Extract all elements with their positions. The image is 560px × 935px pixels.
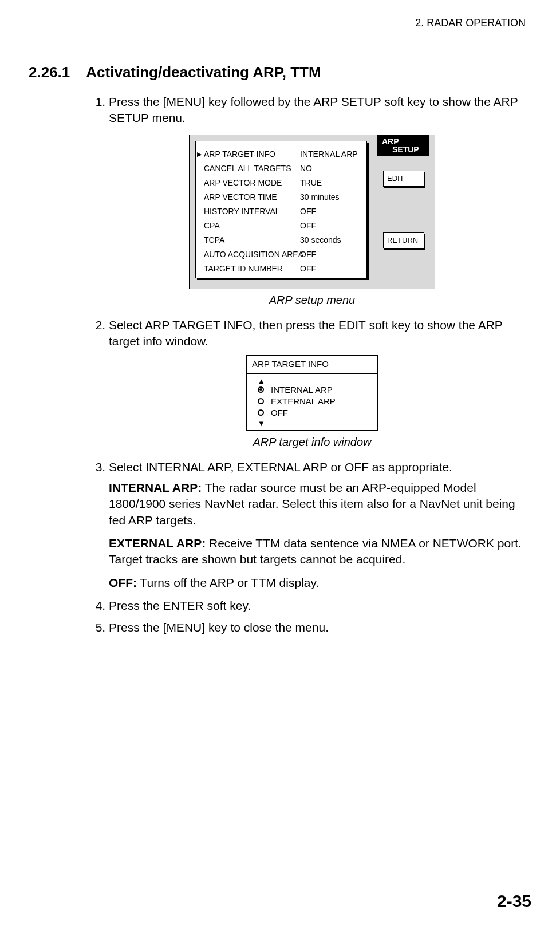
menu-list-panel: ▶ ARP TARGET INFO INTERNAL ARP CANCEL AL… bbox=[195, 141, 367, 278]
menu-row-value: NO bbox=[300, 163, 312, 174]
menu-tab: ARP SETUP bbox=[377, 135, 429, 156]
menu-row[interactable]: ▶ ARP TARGET INFO INTERNAL ARP bbox=[204, 147, 362, 161]
step-1: Press the [MENU] key followed by the ARP… bbox=[109, 94, 531, 127]
triangle-up-icon[interactable]: ▲ bbox=[258, 376, 372, 384]
menu-row[interactable]: CANCEL ALL TARGETS NO bbox=[204, 161, 362, 176]
figure-2-caption: ARP target info window bbox=[93, 435, 531, 450]
softkey-column: ARP SETUP EDIT RETURN bbox=[377, 135, 429, 289]
step-3-text: Select INTERNAL ARP, EXTERNAL ARP or OFF… bbox=[109, 460, 452, 474]
section-heading: 2.26.1 Activating/deactivating ARP, TTM bbox=[29, 64, 531, 81]
menu-tab-line2: SETUP bbox=[382, 145, 425, 154]
radio-icon bbox=[258, 409, 264, 416]
section-title-text: Activating/deactivating ARP, TTM bbox=[86, 64, 321, 81]
definition-term: INTERNAL ARP: bbox=[109, 481, 202, 494]
menu-screen: ▶ ARP TARGET INFO INTERNAL ARP CANCEL AL… bbox=[189, 135, 435, 289]
option-row[interactable]: EXTERNAL ARP bbox=[258, 396, 372, 407]
menu-row-label: ARP VECTOR TIME bbox=[204, 192, 300, 203]
menu-row-label: AUTO ACQUISITION AREA bbox=[204, 249, 300, 260]
info-panel-body: ▲ INTERNAL ARP EXTERNAL ARP OFF ▼ bbox=[247, 374, 377, 430]
definition-term: OFF: bbox=[109, 576, 137, 589]
menu-row-label: HISTORY INTERVAL bbox=[204, 206, 300, 217]
internal-arp-description: INTERNAL ARP: The radar source must be a… bbox=[109, 480, 531, 528]
triangle-right-icon: ▶ bbox=[197, 150, 202, 159]
arp-target-info-figure: ARP TARGET INFO ▲ INTERNAL ARP EXTERNAL … bbox=[246, 355, 378, 431]
menu-row[interactable]: TCPA 30 seconds bbox=[204, 233, 362, 247]
step-3: Select INTERNAL ARP, EXTERNAL ARP or OFF… bbox=[109, 459, 531, 591]
menu-row-label: TARGET ID NUMBER bbox=[204, 263, 300, 274]
radio-selected-icon bbox=[258, 386, 264, 393]
option-label: OFF bbox=[271, 407, 288, 419]
step-4: Press the ENTER soft key. bbox=[109, 598, 531, 614]
step-2: Select ARP TARGET INFO, then press the E… bbox=[109, 317, 531, 350]
option-label: EXTERNAL ARP bbox=[271, 396, 336, 407]
definition-term: EXTERNAL ARP: bbox=[109, 536, 206, 550]
page-number: 2-35 bbox=[497, 891, 531, 911]
off-description: OFF: Turns off the ARP or TTM display. bbox=[109, 575, 531, 591]
menu-row[interactable]: TARGET ID NUMBER OFF bbox=[204, 262, 362, 276]
menu-row-value: OFF bbox=[300, 206, 316, 217]
step-list: Select ARP TARGET INFO, then press the E… bbox=[93, 317, 531, 350]
menu-row[interactable]: HISTORY INTERVAL OFF bbox=[204, 204, 362, 219]
menu-row[interactable]: ARP VECTOR TIME 30 minutes bbox=[204, 190, 362, 204]
menu-row-label: CPA bbox=[204, 220, 300, 231]
external-arp-description: EXTERNAL ARP: Receive TTM data sentence … bbox=[109, 535, 531, 568]
triangle-down-icon[interactable]: ▼ bbox=[258, 419, 372, 427]
step-5: Press the [MENU] key to close the menu. bbox=[109, 620, 531, 636]
option-row[interactable]: INTERNAL ARP bbox=[258, 384, 372, 396]
section-number: 2.26.1 bbox=[29, 64, 70, 81]
figure-1-caption: ARP setup menu bbox=[93, 293, 531, 308]
menu-row-label: ARP VECTOR MODE bbox=[204, 177, 300, 188]
edit-softkey[interactable]: EDIT bbox=[383, 171, 424, 187]
page: 2. RADAR OPERATION 2.26.1 Activating/dea… bbox=[0, 0, 560, 935]
menu-row-value: TRUE bbox=[300, 177, 322, 188]
menu-tab-line1: ARP bbox=[382, 137, 399, 146]
running-header: 2. RADAR OPERATION bbox=[29, 17, 531, 29]
return-softkey[interactable]: RETURN bbox=[383, 232, 424, 248]
menu-row[interactable]: AUTO ACQUISITION AREA OFF bbox=[204, 247, 362, 262]
menu-row-value: INTERNAL ARP bbox=[300, 149, 358, 160]
menu-row-value: OFF bbox=[300, 249, 316, 260]
info-panel-title: ARP TARGET INFO bbox=[247, 356, 377, 373]
definition-text: Turns off the ARP or TTM display. bbox=[137, 576, 319, 589]
radio-icon bbox=[258, 398, 264, 404]
menu-row[interactable]: CPA OFF bbox=[204, 219, 362, 233]
step-list: Press the [MENU] key followed by the ARP… bbox=[93, 94, 531, 127]
content-area: Press the [MENU] key followed by the ARP… bbox=[29, 94, 531, 636]
menu-row-label: TCPA bbox=[204, 235, 300, 246]
option-row[interactable]: OFF bbox=[258, 407, 372, 419]
menu-row-label: ARP TARGET INFO bbox=[204, 149, 300, 160]
menu-row-value: OFF bbox=[300, 263, 316, 274]
step-list: Select INTERNAL ARP, EXTERNAL ARP or OFF… bbox=[93, 459, 531, 636]
info-panel: ARP TARGET INFO ▲ INTERNAL ARP EXTERNAL … bbox=[246, 355, 378, 431]
arp-setup-menu-figure: ▶ ARP TARGET INFO INTERNAL ARP CANCEL AL… bbox=[189, 135, 435, 289]
option-label: INTERNAL ARP bbox=[271, 384, 333, 396]
menu-row-value: 30 seconds bbox=[300, 235, 341, 246]
menu-row-value: OFF bbox=[300, 220, 316, 231]
menu-row-value: 30 minutes bbox=[300, 192, 339, 203]
menu-row-label: CANCEL ALL TARGETS bbox=[204, 163, 300, 174]
menu-row[interactable]: ARP VECTOR MODE TRUE bbox=[204, 176, 362, 190]
